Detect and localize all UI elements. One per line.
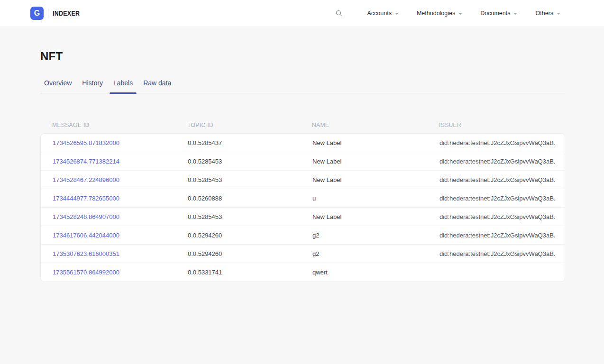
brand-name: INDEXER [53,9,80,17]
column-header-topic-id: TOPIC ID [187,122,312,128]
message-id-link[interactable]: 1734526874.771382214 [53,158,119,165]
name-cell: New Label [312,158,439,165]
issuer-cell: did:hedera:testnet:J2cZJxGsipvvWaQ3aB... [439,195,555,202]
main-content: NFT Overview History Labels Raw data MES… [0,27,604,282]
chevron-down-icon [458,13,462,15]
table-row: 1734528467.224896000 0.0.5285453 New Lab… [41,171,565,189]
issuer-cell: did:hedera:testnet:J2cZJxGsipvvWaQ3aB... [439,232,555,239]
name-cell: New Label [312,213,439,220]
name-cell: g2 [312,250,439,257]
nav-item-accounts[interactable]: Accounts [367,10,399,17]
message-id-link[interactable]: 1734444977.782655000 [53,195,119,202]
table-row: 1734526874.771382214 0.0.5285453 New Lab… [41,152,565,171]
message-id-link[interactable]: 1735307623.616000351 [53,250,119,257]
brand-divider [48,8,48,18]
message-id-link[interactable]: 1735561570.864992000 [53,269,119,276]
brand[interactable]: G INDEXER [30,7,83,20]
table-row: 1734617606.442044000 0.0.5294260 g2 did:… [41,226,565,245]
nav-item-others[interactable]: Others [535,10,560,17]
topic-id-cell: 0.0.5285453 [188,176,312,183]
topic-id-cell: 0.0.5294260 [188,232,312,239]
topic-id-cell: 0.0.5285437 [188,139,312,146]
search-icon [335,9,343,17]
table-row: 1734528248.864907000 0.0.5285453 New Lab… [41,208,565,226]
tab-labels[interactable]: Labels [110,79,137,93]
table-row: 1734526595.871832000 0.0.5285437 New Lab… [41,134,565,152]
message-id-link[interactable]: 1734528248.864907000 [53,213,119,220]
column-header-message-id: MESSAGE ID [52,122,187,128]
top-bar: G INDEXER Accounts Methodologies Documen… [0,0,604,27]
name-cell: g2 [312,232,439,239]
nav-item-methodologies[interactable]: Methodologies [417,10,462,17]
topic-id-cell: 0.0.5294260 [188,250,312,257]
column-header-issuer: ISSUER [439,122,556,128]
brand-logo-icon: G [30,7,44,20]
tab-overview[interactable]: Overview [40,79,75,93]
chevron-down-icon [395,13,399,15]
issuer-cell: did:hedera:testnet:J2cZJxGsipvvWaQ3aB... [439,213,555,220]
page-title: NFT [40,50,565,63]
tab-history[interactable]: History [78,79,107,93]
name-cell: New Label [312,176,439,183]
table-row: 1735307623.616000351 0.0.5294260 g2 did:… [41,245,565,263]
tab-raw-data[interactable]: Raw data [139,79,175,93]
topic-id-cell: 0.0.5285453 [188,213,312,220]
issuer-cell: did:hedera:testnet:J2cZJxGsipvvWaQ3aB... [439,250,555,257]
table-row: 1735561570.864992000 0.0.5331741 qwert [41,263,565,282]
tabs: Overview History Labels Raw data [40,79,565,93]
topic-id-cell: 0.0.5285453 [188,158,312,165]
issuer-cell: did:hedera:testnet:J2cZJxGsipvvWaQ3aB... [439,176,555,183]
chevron-down-icon [513,13,517,15]
name-cell: New Label [312,139,439,146]
topic-id-cell: 0.0.5331741 [188,269,312,276]
table-header-row: MESSAGE ID TOPIC ID NAME ISSUER [40,117,565,133]
table-row: 1734444977.782655000 0.0.5260888 u did:h… [41,189,565,208]
message-id-link[interactable]: 1734617606.442044000 [53,232,119,239]
chevron-down-icon [557,13,560,15]
labels-table: MESSAGE ID TOPIC ID NAME ISSUER 17345265… [40,117,565,282]
table-body: 1734526595.871832000 0.0.5285437 New Lab… [40,133,565,282]
search-button[interactable] [335,9,343,17]
column-header-name: NAME [312,122,439,128]
topic-id-cell: 0.0.5260888 [188,195,312,202]
nav-item-documents[interactable]: Documents [480,10,517,17]
name-cell: qwert [312,269,439,276]
name-cell: u [312,195,439,202]
main-nav: Accounts Methodologies Documents Others [335,9,560,17]
message-id-link[interactable]: 1734526595.871832000 [53,139,119,146]
message-id-link[interactable]: 1734528467.224896000 [53,176,119,183]
issuer-cell: did:hedera:testnet:J2cZJxGsipvvWaQ3aB... [439,158,555,165]
issuer-cell: did:hedera:testnet:J2cZJxGsipvvWaQ3aB... [439,139,555,146]
